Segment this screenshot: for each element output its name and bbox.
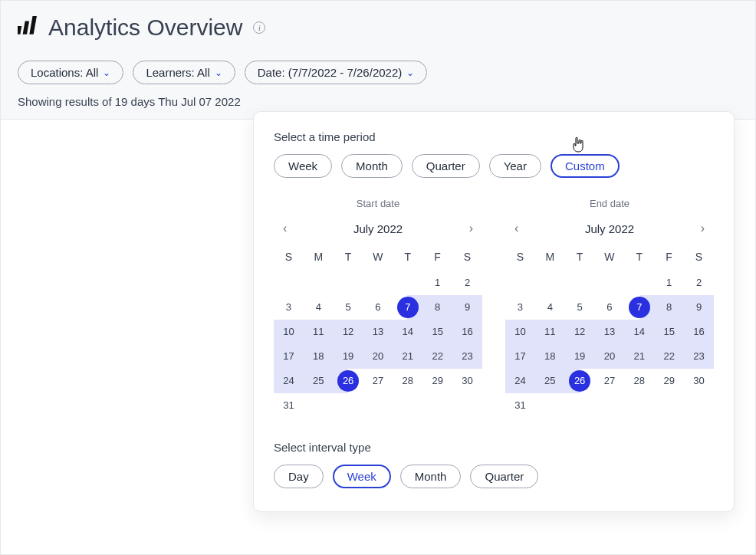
calendar-day[interactable]: 16 [452,320,482,344]
filter-locations[interactable]: Locations: All ⌄ [18,61,123,84]
calendar-day[interactable]: 13 [363,320,393,344]
start-month-label: July 2022 [353,222,403,235]
calendar-day[interactable]: 6 [595,295,625,320]
filter-learners-label: Learners: All [146,66,209,79]
calendar-day[interactable]: 20 [363,344,393,369]
calendar-day[interactable]: 13 [595,320,625,344]
period-label: Select a time period [274,130,714,143]
calendar-day[interactable]: 5 [334,295,363,320]
svg-rect-2 [29,16,37,34]
title-row: Analytics Overview i [18,15,738,41]
calendar-day[interactable]: 2 [452,271,482,295]
calendar-day[interactable]: 18 [304,344,334,369]
start-date-label: Start date [274,198,482,209]
calendar-day[interactable]: 7 [629,297,650,318]
interval-day[interactable]: Day [274,465,324,488]
calendar-day[interactable]: 11 [304,320,334,344]
calendar-day[interactable]: 29 [422,369,452,393]
calendar-day[interactable]: 25 [535,369,565,393]
calendar-day[interactable]: 21 [624,344,654,369]
calendar-day[interactable]: 14 [624,320,654,344]
calendar-day[interactable]: 16 [684,320,714,344]
calendar-day[interactable]: 2 [684,271,714,295]
chevron-left-icon[interactable]: ‹ [278,218,291,238]
calendar-day[interactable]: 25 [304,369,334,393]
calendar-day[interactable]: 9 [452,295,482,320]
period-options: WeekMonthQuarterYearCustom [274,154,714,178]
end-date-label: End date [505,198,714,209]
calendar-day[interactable]: 15 [422,320,452,344]
calendar-day[interactable]: 21 [393,344,422,369]
calendar-day[interactable]: 7 [397,297,419,318]
dow-header: T [393,246,422,271]
calendar-day[interactable]: 26 [569,370,590,392]
cursor-pointer-icon [571,137,585,156]
filter-date[interactable]: Date: (7/7/2022 - 7/26/2022) ⌄ [245,61,427,84]
calendar-day[interactable]: 24 [274,369,304,393]
calendar-day[interactable]: 10 [505,320,535,344]
calendar-day[interactable]: 4 [535,295,565,320]
calendar-day[interactable]: 17 [274,344,304,369]
calendar-day[interactable]: 28 [624,369,654,393]
calendar-day[interactable]: 22 [654,344,684,369]
calendar-day[interactable]: 4 [304,295,334,320]
calendar-day[interactable]: 31 [274,393,304,418]
calendar-day[interactable]: 27 [363,369,393,393]
calendar-day[interactable]: 27 [595,369,625,393]
calendar-day[interactable]: 24 [505,369,535,393]
calendar-day[interactable]: 18 [535,344,565,369]
calendar-day[interactable]: 26 [337,370,359,392]
results-summary: Showing results of 19 days Thu Jul 07 20… [18,95,738,108]
calendar-day[interactable]: 30 [452,369,482,393]
calendar-day[interactable]: 10 [274,320,304,344]
dow-header: F [654,246,684,271]
interval-week[interactable]: Week [333,465,391,488]
dow-header: T [565,246,595,271]
calendar-day[interactable]: 31 [505,393,535,418]
calendar-day[interactable]: 11 [535,320,565,344]
period-year[interactable]: Year [489,154,541,178]
calendar-day[interactable]: 14 [393,320,422,344]
calendar-day[interactable]: 12 [334,320,363,344]
calendar-day[interactable]: 29 [654,369,684,393]
chevron-down-icon: ⌄ [103,67,110,78]
calendar-day[interactable]: 30 [684,369,714,393]
filter-locations-label: Locations: All [31,66,98,79]
info-icon[interactable]: i [253,21,265,34]
calendar-day[interactable]: 3 [274,295,304,320]
calendar-day[interactable]: 19 [565,344,595,369]
calendar-day[interactable]: 8 [422,295,452,320]
chevron-right-icon[interactable]: › [696,218,709,238]
chevron-right-icon[interactable]: › [465,218,478,238]
filter-learners[interactable]: Learners: All ⌄ [133,61,235,84]
calendar-day[interactable]: 15 [654,320,684,344]
calendar-day[interactable]: 12 [565,320,595,344]
calendar-day[interactable]: 20 [595,344,625,369]
calendar-day[interactable]: 1 [422,271,452,295]
calendar-day[interactable]: 23 [452,344,482,369]
period-custom[interactable]: Custom [551,154,620,178]
calendar-day[interactable]: 19 [334,344,363,369]
calendar-day[interactable]: 9 [684,295,714,320]
dow-header: S [684,246,714,271]
period-quarter[interactable]: Quarter [412,154,480,178]
calendar-day[interactable]: 8 [654,295,684,320]
calendar-day[interactable]: 22 [422,344,452,369]
header-panel: Analytics Overview i Locations: All ⌄ Le… [1,1,755,120]
period-month[interactable]: Month [341,154,403,178]
interval-month[interactable]: Month [400,465,462,488]
dow-header: S [505,246,535,271]
calendar-day[interactable]: 5 [565,295,595,320]
chevron-left-icon[interactable]: ‹ [510,218,523,238]
period-week[interactable]: Week [274,154,332,178]
calendar-day[interactable]: 28 [393,369,422,393]
page-title: Analytics Overview [48,15,242,41]
interval-section: Select interval type DayWeekMonthQuarter [274,441,714,488]
calendar-day[interactable]: 17 [505,344,535,369]
calendar-day[interactable]: 23 [684,344,714,369]
calendar-day[interactable]: 6 [363,295,393,320]
calendar-day[interactable]: 1 [654,271,684,295]
filter-date-label: Date: (7/7/2022 - 7/26/2022) [258,66,402,79]
interval-quarter[interactable]: Quarter [470,465,538,488]
calendar-day[interactable]: 3 [505,295,535,320]
